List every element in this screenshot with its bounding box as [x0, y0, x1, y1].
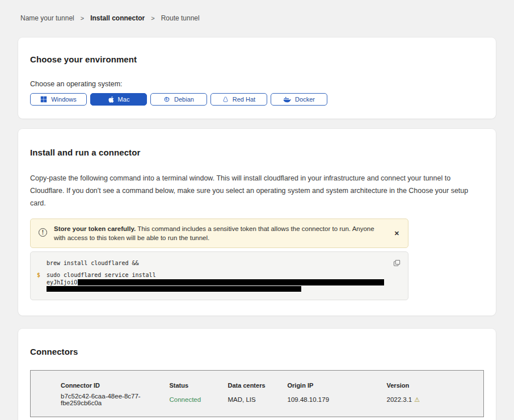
apple-icon: [108, 96, 114, 103]
os-select-label: Choose an operating system:: [30, 80, 484, 88]
os-button-windows[interactable]: Windows: [30, 93, 87, 106]
windows-icon: [40, 96, 47, 103]
header-data-centers: Data centers: [228, 371, 288, 393]
os-button-debian[interactable]: Debian: [150, 93, 207, 106]
connector-id-value: b7c52c42-6caa-48ee-8c77-fbe259cb6c0a: [31, 393, 170, 417]
breadcrumb: Name your tunnel > Install connector > R…: [0, 0, 514, 22]
redacted-token-bar: [78, 279, 384, 285]
table-row: b7c52c42-6caa-48ee-8c77-fbe259cb6c0a Con…: [31, 393, 484, 417]
token-warning-text: Store your token carefully. This command…: [54, 224, 385, 242]
shell-prompt: $: [31, 271, 47, 279]
header-connector-id: Connector ID: [31, 371, 170, 393]
header-origin-ip: Origin IP: [288, 371, 387, 393]
install-command-block: brew install cloudflared && $ sudo cloud…: [30, 251, 408, 300]
environment-card-title: Choose your environment: [30, 54, 484, 64]
connectors-table-header-row: Connector ID Status Data centers Origin …: [31, 371, 484, 393]
origin-ip-value: 109.48.10.179: [288, 393, 387, 417]
breadcrumb-separator: >: [151, 15, 154, 22]
install-card-title: Install and run a connector: [30, 148, 484, 157]
debian-icon: [163, 96, 170, 103]
code-line-sudo: $ sudo cloudflared service install: [31, 271, 399, 279]
connectors-card-title: Connectors: [30, 347, 484, 356]
docker-whale-icon: [283, 96, 291, 103]
os-button-docker[interactable]: Docker: [271, 93, 327, 106]
code-line-brew: brew install cloudflared &&: [31, 259, 399, 267]
os-button-label: Mac: [118, 96, 130, 103]
os-button-label: Docker: [295, 96, 315, 103]
os-button-label: Windows: [51, 96, 77, 103]
linux-penguin-icon: [222, 96, 229, 103]
os-button-mac[interactable]: Mac: [90, 93, 147, 106]
breadcrumb-step-name-tunnel[interactable]: Name your tunnel: [20, 14, 74, 22]
data-centers-value: MAD, LIS: [228, 393, 288, 417]
token-warning-bold: Store your token carefully.: [54, 225, 136, 232]
install-connector-card: Install and run a connector Copy-paste t…: [18, 129, 496, 316]
install-description: Copy-paste the following command into a …: [30, 172, 481, 209]
code-line-token: eyJhIjoiO: [31, 279, 399, 286]
header-status: Status: [170, 371, 228, 393]
code-text: brew install cloudflared &&: [47, 259, 139, 267]
code-text: sudo cloudflared service install: [47, 271, 156, 279]
os-button-label: Red Hat: [233, 96, 255, 103]
token-warning-banner: ! Store your token carefully. This comma…: [30, 219, 408, 248]
close-icon[interactable]: ✕: [393, 229, 401, 238]
choose-environment-card: Choose your environment Choose an operat…: [18, 37, 496, 119]
breadcrumb-step-route-tunnel[interactable]: Route tunnel: [161, 14, 200, 22]
version-value: 2022.3.1: [387, 396, 412, 403]
os-button-redhat[interactable]: Red Hat: [210, 93, 267, 106]
header-version: Version: [387, 371, 484, 393]
breadcrumb-separator: >: [81, 15, 84, 22]
os-button-group: Windows Mac Debian Red Hat Docker: [30, 93, 484, 106]
breadcrumb-step-install-connector[interactable]: Install connector: [90, 14, 145, 22]
code-line-token-2: [31, 286, 399, 292]
status-badge: Connected: [170, 396, 201, 403]
alert-circle-icon: !: [39, 228, 47, 237]
connectors-card: Connectors Connector ID Status Data cent…: [18, 329, 496, 420]
connectors-table: Connector ID Status Data centers Origin …: [30, 370, 484, 417]
version-warning-icon: ⚠: [414, 396, 420, 403]
token-prefix: eyJhIjoiO: [47, 279, 77, 286]
os-button-label: Debian: [174, 96, 194, 103]
copy-icon[interactable]: [392, 258, 402, 270]
redacted-token-bar: [47, 286, 301, 292]
